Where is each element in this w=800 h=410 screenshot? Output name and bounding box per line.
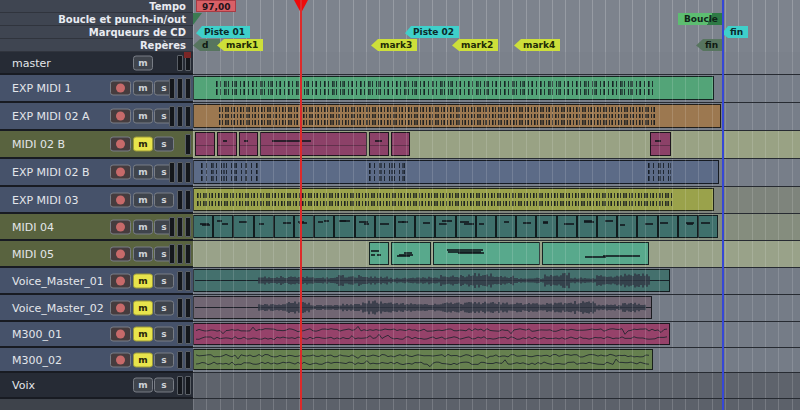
track-header-voice-master-02[interactable]: Voice_Master_02ms [0,295,193,322]
track-header-master[interactable]: masterm [0,52,193,75]
midi-region-block[interactable] [375,215,395,238]
record-arm-button[interactable] [110,246,131,261]
track-lane-midi-05[interactable] [193,241,800,268]
midi-region-block[interactable] [516,215,536,238]
audio-region[interactable] [193,323,670,345]
mute-button[interactable]: m [133,273,153,288]
mute-button[interactable]: m [133,165,153,180]
track-header-midi-05[interactable]: MIDI 05ms [0,241,193,268]
cd-marker-piste-01-0[interactable]: Piste 01 [196,26,250,38]
midi-region[interactable] [193,160,719,184]
track-lane-m300-01[interactable] [193,322,800,348]
record-arm-button[interactable] [110,327,131,342]
horizontal-scroll-area[interactable] [193,399,800,410]
record-arm-button[interactable] [110,137,131,152]
track-lane-exp-midi-1[interactable] [193,75,800,103]
solo-button[interactable]: s [154,327,174,342]
midi-region-block[interactable] [456,215,476,238]
midi-region-block[interactable] [637,215,657,238]
midi-region-block[interactable] [260,132,367,156]
midi-region-block[interactable] [294,215,314,238]
track-header-exp-midi-02-a[interactable]: EXP MIDI 02 Ams [0,103,193,131]
record-arm-button[interactable] [110,219,131,234]
mute-button[interactable]: m [133,327,153,342]
track-lane-midi-04[interactable] [193,214,800,241]
record-arm-button[interactable] [110,109,131,124]
midi-region-block[interactable] [536,215,556,238]
record-arm-button[interactable] [110,192,131,207]
track-header-m300-01[interactable]: M300_01ms [0,322,193,348]
midi-region-block[interactable] [195,132,215,156]
midi-region-block[interactable] [678,215,698,238]
mute-button[interactable]: m [133,300,153,315]
location-marker-mark4-4[interactable]: mark4 [514,39,560,51]
midi-region-block[interactable] [314,215,334,238]
midi-region-block[interactable] [435,215,455,238]
loop-start-marker[interactable] [193,13,202,25]
track-header-midi-02-b[interactable]: MIDI 02 Bms [0,131,193,159]
solo-button[interactable]: s [154,137,174,152]
loop-range-marker[interactable]: Boucle [678,13,723,25]
audio-region[interactable] [193,296,652,319]
mute-button[interactable]: m [133,55,153,70]
ruler-lane-cd-markers[interactable]: Piste 01Piste 02fin [193,26,800,40]
midi-region[interactable] [193,188,714,211]
track-header-exp-midi-02-b[interactable]: EXP MIDI 02 Bms [0,159,193,187]
audio-region[interactable] [193,349,653,370]
mute-button[interactable]: m [133,109,153,124]
track-lane-exp-midi-02-a[interactable] [193,103,800,131]
cd-marker-fin-2[interactable]: fin [722,26,748,38]
midi-region[interactable] [193,104,721,128]
midi-region-block[interactable] [193,215,213,238]
tempo-marker[interactable]: 97,00 [196,0,236,12]
midi-region-block[interactable] [617,215,637,238]
record-arm-button[interactable] [110,165,131,180]
ruler-lane-loop[interactable]: Boucle [193,13,800,27]
midi-region-block[interactable] [542,242,649,265]
track-header-exp-midi-1[interactable]: EXP MIDI 1ms [0,75,193,103]
track-header-exp-midi-03[interactable]: EXP MIDI 03ms [0,187,193,214]
midi-region-block[interactable] [254,215,274,238]
solo-button[interactable]: s [154,300,174,315]
track-header-m300-02[interactable]: M300_02ms [0,348,193,373]
audio-region[interactable] [193,269,670,292]
midi-region-block[interactable] [233,215,253,238]
midi-region-block[interactable] [433,242,540,265]
track-lane-m300-02[interactable] [193,348,800,373]
ruler-lane-location-markers[interactable]: dmark1mark3mark2mark4fin [193,39,800,53]
track-header-voix[interactable]: Voixms [0,373,193,399]
midi-region-block[interactable] [395,215,415,238]
track-lane-voice-master-01[interactable] [193,268,800,295]
mute-button[interactable]: m [133,378,153,393]
cd-marker-piste-02-1[interactable]: Piste 02 [405,26,459,38]
midi-region-block[interactable] [698,215,718,238]
midi-region-block[interactable] [415,215,435,238]
record-arm-button[interactable] [110,81,131,96]
midi-region-block[interactable] [476,215,496,238]
track-lane-midi-02-b[interactable] [193,131,800,159]
midi-region-block[interactable] [658,215,678,238]
track-lane-voice-master-02[interactable] [193,295,800,322]
mute-button[interactable]: m [133,219,153,234]
mute-button[interactable]: m [133,81,153,96]
mute-button[interactable]: m [133,137,153,152]
track-lane-master[interactable] [193,52,800,75]
playhead-head-marker[interactable] [294,0,308,13]
track-lane-voix[interactable] [193,373,800,399]
mute-button[interactable]: m [133,246,153,261]
midi-region-block[interactable] [334,215,354,238]
track-lane-exp-midi-03[interactable] [193,187,800,214]
midi-region-block[interactable] [391,242,431,265]
solo-button[interactable]: s [154,273,174,288]
midi-region-block[interactable] [274,215,294,238]
midi-region-block[interactable] [239,132,258,156]
mute-button[interactable]: m [133,192,153,207]
location-marker-mark2-3[interactable]: mark2 [452,39,498,51]
midi-region-block[interactable] [391,132,410,156]
track-header-voice-master-01[interactable]: Voice_Master_01ms [0,268,193,295]
ruler-lane-tempo[interactable]: 97,00 [193,0,800,14]
location-marker-mark3-2[interactable]: mark3 [371,39,417,51]
midi-region[interactable] [193,76,714,100]
midi-region-block[interactable] [369,242,389,265]
track-lane-exp-midi-02-b[interactable] [193,159,800,187]
